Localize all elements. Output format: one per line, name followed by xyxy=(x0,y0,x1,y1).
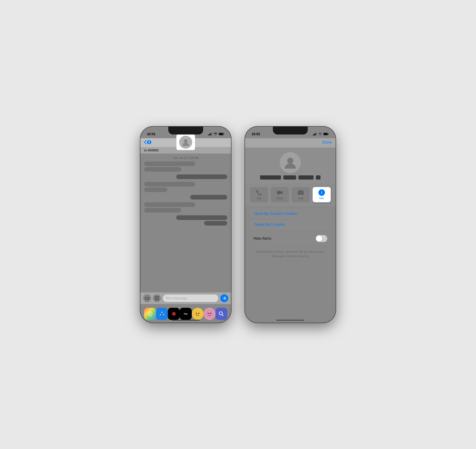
send-location-label: Send My Current Location xyxy=(254,212,297,216)
detail-nav: Done xyxy=(245,138,336,147)
svg-rect-25 xyxy=(316,133,317,135)
mail-glyph xyxy=(298,191,304,195)
apps-icon[interactable] xyxy=(153,294,161,302)
settings-section: Hide Alerts xyxy=(250,232,331,245)
dock-search[interactable] xyxy=(215,308,227,320)
phone-1-frame: 10:51 xyxy=(140,127,231,323)
dock-applepay[interactable]: Pay xyxy=(180,308,192,320)
send-location-button[interactable]: Send My Current Location xyxy=(250,208,331,219)
hero-avatar xyxy=(280,152,301,173)
svg-point-14 xyxy=(147,311,153,317)
send-button[interactable] xyxy=(220,294,228,302)
dock-memoji2[interactable] xyxy=(204,308,215,320)
dock-fitness[interactable] xyxy=(168,308,180,320)
wifi-icon-2 xyxy=(318,133,322,135)
location-section: Send My Current Location Share My Locati… xyxy=(250,208,331,230)
svg-rect-23 xyxy=(314,134,315,135)
svg-rect-0 xyxy=(208,135,209,135)
bubble xyxy=(144,202,195,207)
dock-appstore[interactable] xyxy=(156,308,168,320)
messages-nav: 3 xyxy=(140,138,231,147)
hide-alerts-label: Hide Alerts xyxy=(253,236,271,241)
share-location-label: Share My Location xyxy=(254,223,285,226)
svg-rect-6 xyxy=(224,133,225,135)
bubble xyxy=(204,221,227,225)
svg-rect-13 xyxy=(157,298,159,300)
info-button[interactable]: i info xyxy=(313,187,331,202)
video-icon xyxy=(277,189,283,196)
svg-rect-12 xyxy=(155,298,157,300)
notch-2 xyxy=(273,127,308,135)
list-item xyxy=(144,215,227,225)
video-button[interactable]: video xyxy=(271,187,289,202)
svg-rect-10 xyxy=(155,296,157,298)
svg-point-17 xyxy=(198,313,199,314)
phone-number-text: is 000000 xyxy=(144,148,159,152)
call-label: call xyxy=(257,197,261,200)
svg-rect-28 xyxy=(329,133,329,135)
indexing-note: Shared links, photos, and more will be s… xyxy=(245,245,336,263)
bubble xyxy=(144,162,195,166)
svg-rect-1 xyxy=(210,134,210,135)
bubble xyxy=(144,182,195,186)
bubble xyxy=(190,195,227,200)
battery-icon-2 xyxy=(323,133,329,135)
svg-point-9 xyxy=(147,298,148,299)
timestamp: Tue, Jul 27, 9:48 AM xyxy=(140,154,231,162)
scene: 10:51 xyxy=(140,127,336,323)
action-row: call video xyxy=(245,183,336,206)
svg-rect-22 xyxy=(313,135,313,135)
memoji1-glyph xyxy=(193,309,203,319)
back-badge: 3 xyxy=(147,140,151,144)
svg-rect-27 xyxy=(324,133,328,135)
home-indicator-2 xyxy=(276,320,304,321)
camera-glyph xyxy=(145,296,149,300)
call-button[interactable]: call xyxy=(250,187,268,202)
send-icon xyxy=(223,297,226,300)
signal-icon xyxy=(208,133,212,135)
list-item xyxy=(144,174,227,179)
phone-glyph xyxy=(256,190,261,195)
phone-1-screen: 10:51 xyxy=(140,127,231,323)
status-time-2: 10:52 xyxy=(251,132,260,136)
camera-icon[interactable] xyxy=(143,294,151,302)
mail-label: mail xyxy=(298,197,303,200)
share-location-button[interactable]: Share My Location xyxy=(250,219,331,230)
appstore-glyph xyxy=(159,311,165,317)
svg-point-15 xyxy=(193,309,203,319)
list-item xyxy=(144,202,227,213)
battery-icon xyxy=(219,133,225,135)
svg-rect-5 xyxy=(219,133,223,135)
status-icons-1 xyxy=(208,133,225,135)
fitness-glyph xyxy=(170,311,177,317)
dock-memoji1[interactable] xyxy=(192,308,204,320)
name-block-last xyxy=(298,175,313,180)
dock-photos[interactable] xyxy=(144,308,156,320)
input-bar: Text Message xyxy=(140,292,231,304)
info-label: info xyxy=(319,197,324,200)
list-item xyxy=(144,162,227,172)
info-icon: i xyxy=(318,189,325,196)
video-label: video xyxy=(277,197,283,200)
mail-icon xyxy=(297,189,304,196)
done-button[interactable]: Done xyxy=(322,140,332,145)
svg-rect-11 xyxy=(157,296,159,298)
hide-alerts-toggle[interactable] xyxy=(316,235,327,242)
status-time-1: 10:51 xyxy=(147,132,155,136)
contact-hero xyxy=(245,147,336,183)
photos-glyph xyxy=(147,311,153,317)
call-icon xyxy=(256,189,262,196)
dock: Pay xyxy=(144,308,227,320)
text-input[interactable]: Text Message xyxy=(163,294,218,302)
notch-1 xyxy=(168,127,203,135)
svg-rect-3 xyxy=(211,133,212,135)
svg-rect-2 xyxy=(210,133,211,135)
mail-button[interactable]: mail xyxy=(292,187,310,202)
svg-rect-24 xyxy=(315,133,316,135)
back-button[interactable]: 3 xyxy=(144,140,151,144)
back-chevron-icon xyxy=(144,140,147,144)
applepay-text: Pay xyxy=(184,313,187,315)
svg-point-18 xyxy=(204,309,215,319)
bubble xyxy=(176,215,227,220)
svg-point-19 xyxy=(208,313,209,314)
